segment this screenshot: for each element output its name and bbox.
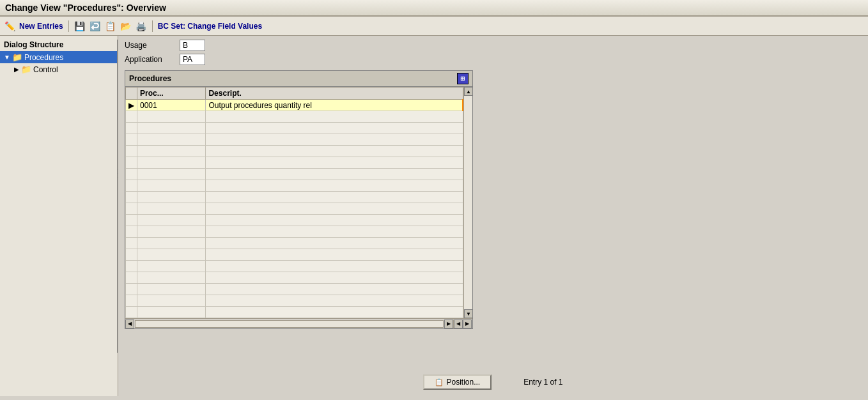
row-marker xyxy=(126,192,137,203)
cell-description[interactable]: Output procedures quantity rel xyxy=(206,100,463,111)
table-row xyxy=(126,307,463,318)
bottom-bar: 📋 Position... Entry 1 of 1 xyxy=(118,374,868,390)
table-row xyxy=(126,238,463,249)
row-marker xyxy=(126,111,137,123)
table-row xyxy=(126,134,463,146)
position-btn-icon: 📋 xyxy=(435,378,444,387)
h-scroll-track xyxy=(135,320,444,328)
toolbar-separator-1 xyxy=(68,20,69,32)
sidebar-title: Dialog Structure xyxy=(0,38,118,51)
toolbar-icon-back[interactable]: ↩️ xyxy=(89,20,101,32)
table-row xyxy=(126,215,463,226)
position-button[interactable]: 📋 Position... xyxy=(423,374,492,390)
folder-icon-procedures: 📁 xyxy=(12,52,22,62)
table-row xyxy=(126,146,463,157)
table-row xyxy=(126,169,463,180)
row-marker xyxy=(126,134,137,146)
application-row: Application PA xyxy=(125,54,862,65)
table-row xyxy=(126,123,463,134)
table-row[interactable]: ▶ 0001 Output procedures quantity rel xyxy=(126,100,463,111)
cell-proc[interactable]: 0001 xyxy=(137,100,206,111)
table-row xyxy=(126,226,463,238)
scroll-track xyxy=(464,96,472,309)
expand-arrow-procedures: ▼ xyxy=(4,54,10,61)
toolbar-separator-2 xyxy=(152,20,153,32)
toolbar: ✏️ New Entries 💾 ↩️ 📋 📂 🖨️ BC Set: Chang… xyxy=(0,17,868,36)
scroll-left-far-button[interactable]: ▶ xyxy=(463,319,472,328)
column-settings-icon[interactable]: ⊞ xyxy=(457,73,469,84)
table-row xyxy=(126,272,463,284)
table-inner: Proc... Descript. ▶ 0001 Output procedur… xyxy=(125,87,463,318)
row-marker xyxy=(126,146,137,157)
horizontal-scroll-area: ◀ ▶ ◀ ▶ xyxy=(125,318,472,328)
toolbar-icon-save[interactable]: 💾 xyxy=(74,20,86,32)
row-marker-header xyxy=(126,88,137,100)
usage-row: Usage B xyxy=(125,40,862,51)
new-entries-label: New Entries xyxy=(19,22,63,31)
row-marker xyxy=(126,226,137,238)
row-marker xyxy=(126,238,137,249)
row-marker xyxy=(126,284,137,295)
application-label: Application xyxy=(125,55,176,64)
usage-label: Usage xyxy=(125,41,176,50)
h-scroll-right: ◀ ▶ xyxy=(453,319,472,328)
expand-arrow-control: ▶ xyxy=(14,66,19,73)
row-marker xyxy=(126,169,137,180)
row-marker xyxy=(126,203,137,215)
table-row xyxy=(126,192,463,203)
toolbar-icon-copy[interactable]: 📋 xyxy=(105,20,116,32)
fields-area: Usage B Application PA xyxy=(125,40,862,65)
bc-set-button[interactable]: BC Set: Change Field Values xyxy=(158,22,262,31)
bc-set-label: BC Set: Change Field Values xyxy=(158,22,262,31)
table-row xyxy=(126,261,463,272)
table-row xyxy=(126,180,463,192)
scroll-down-button[interactable]: ▼ xyxy=(464,309,473,318)
table-row xyxy=(126,203,463,215)
table-wrapper: Proc... Descript. ▶ 0001 Output procedur… xyxy=(125,87,472,318)
folder-icon-control: 📁 xyxy=(21,65,31,74)
table-row xyxy=(126,295,463,307)
sidebar-item-procedures[interactable]: ▼ 📁 Procedures xyxy=(0,51,118,63)
table-row xyxy=(126,111,463,123)
procedures-table: Proc... Descript. ▶ 0001 Output procedur… xyxy=(125,87,463,318)
row-marker xyxy=(126,261,137,272)
table-title: Procedures xyxy=(129,74,171,83)
row-marker xyxy=(126,295,137,307)
scroll-up-button[interactable]: ▲ xyxy=(464,87,473,96)
main-area: Dialog Structure ▼ 📁 Procedures ▶ 📁 Cont… xyxy=(0,36,868,396)
procedures-table-container: Procedures ⊞ Proc... Descript. xyxy=(125,70,473,329)
table-row xyxy=(126,249,463,261)
sidebar-label-control: Control xyxy=(33,65,58,74)
application-value: PA xyxy=(180,54,205,65)
row-marker xyxy=(126,307,137,318)
h-scroll-left: ◀ ▶ xyxy=(125,319,453,328)
content-area: Usage B Application PA Procedures ⊞ xyxy=(118,36,868,396)
usage-value: B xyxy=(180,40,205,51)
col-description-header: Descript. xyxy=(206,88,463,100)
toolbar-icon-print[interactable]: 🖨️ xyxy=(136,20,147,32)
title-bar: Change View "Procedures": Overview xyxy=(0,0,868,17)
row-marker xyxy=(126,180,137,192)
new-entries-button[interactable]: New Entries xyxy=(19,22,63,31)
sidebar: Dialog Structure ▼ 📁 Procedures ▶ 📁 Cont… xyxy=(0,36,118,396)
window-title: Change View "Procedures": Overview xyxy=(5,3,166,13)
row-marker: ▶ xyxy=(126,100,137,111)
row-marker xyxy=(126,272,137,284)
table-header-bar: Procedures ⊞ xyxy=(125,71,472,87)
sidebar-label-procedures: Procedures xyxy=(24,53,63,62)
position-btn-label: Position... xyxy=(446,378,480,387)
col-proc-header: Proc... xyxy=(137,88,206,100)
row-marker xyxy=(126,249,137,261)
table-row xyxy=(126,284,463,295)
toolbar-icon-edit: ✏️ xyxy=(4,20,15,32)
row-marker xyxy=(126,123,137,134)
scroll-right-button[interactable]: ▶ xyxy=(444,319,453,328)
toolbar-icon-clipboard2[interactable]: 📂 xyxy=(120,20,132,32)
scroll-right-far-button[interactable]: ◀ xyxy=(454,319,463,328)
vertical-scrollbar: ▲ ▼ xyxy=(463,87,472,318)
entry-info: Entry 1 of 1 xyxy=(523,378,562,387)
row-marker xyxy=(126,157,137,169)
sidebar-item-control[interactable]: ▶ 📁 Control xyxy=(0,63,118,75)
row-marker xyxy=(126,215,137,226)
scroll-left-button[interactable]: ◀ xyxy=(125,319,134,328)
